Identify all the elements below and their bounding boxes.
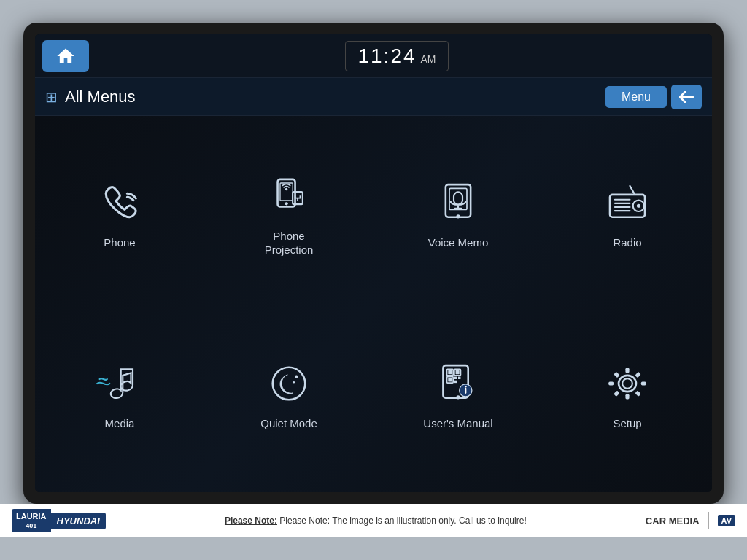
app-users-manual-label: User's Manual	[423, 416, 492, 431]
app-media-label: Media	[105, 416, 135, 431]
app-setup[interactable]: Setup	[543, 304, 712, 485]
app-phone-projection[interactable]: PhoneProjection	[204, 123, 374, 304]
svg-point-34	[465, 386, 467, 388]
svg-point-36	[456, 396, 460, 400]
svg-point-18	[637, 204, 640, 208]
app-quiet-mode-label: Quiet Mode	[260, 416, 317, 431]
header-bar: 11:24 AM	[35, 34, 712, 78]
grid-icon: ⊞	[45, 88, 58, 106]
app-quiet-mode[interactable]: Quiet Mode	[204, 304, 374, 485]
media-icon	[90, 358, 149, 409]
svg-rect-40	[608, 382, 614, 386]
app-users-manual[interactable]: User's Manual	[374, 304, 543, 485]
disclaimer-text: Please Note: Please Note: The image is a…	[106, 516, 646, 526]
svg-rect-45	[635, 391, 640, 397]
svg-point-37	[622, 378, 632, 389]
clock-box: 11:24 AM	[345, 41, 448, 71]
av-logo: AV	[718, 515, 735, 526]
back-arrow-icon	[679, 91, 694, 103]
clock-area: 11:24 AM	[89, 41, 705, 71]
bottom-bar: LAURIA401 HYUNDAI Please Note: Please No…	[0, 504, 747, 537]
svg-rect-30	[454, 377, 457, 379]
radio-icon	[598, 177, 657, 228]
clock-time: 11:24	[357, 44, 416, 68]
app-phone-projection-label: PhoneProjection	[265, 229, 314, 257]
svg-point-22	[293, 381, 295, 384]
all-menus-label: All Menus	[65, 88, 605, 106]
svg-line-19	[630, 186, 635, 195]
svg-rect-29	[448, 378, 452, 382]
app-radio[interactable]: Radio	[543, 123, 712, 304]
svg-rect-44	[614, 391, 619, 397]
logo-lauria: LAURIA401	[12, 509, 51, 532]
voice-memo-icon	[429, 177, 487, 228]
car-infotainment-frame: 11:24 AM ⊞ All Menus Menu	[23, 23, 724, 504]
back-button[interactable]	[671, 85, 702, 109]
app-setup-label: Setup	[613, 416, 641, 431]
svg-rect-27	[456, 370, 460, 374]
menu-bar: ⊞ All Menus Menu	[35, 78, 712, 116]
app-radio-label: Radio	[613, 236, 641, 250]
clock-ampm: AM	[421, 53, 436, 65]
car-media-label: CAR MEDIA	[646, 516, 700, 526]
car-media-area: CAR MEDIA AV	[646, 512, 735, 529]
phone-projection-icon	[260, 171, 318, 222]
svg-rect-25	[448, 370, 452, 374]
app-voice-memo-label: Voice Memo	[428, 236, 489, 250]
svg-point-2	[285, 202, 287, 205]
svg-rect-43	[635, 372, 640, 378]
logo-hyundai: HYUNDAI	[51, 513, 106, 529]
home-button[interactable]	[42, 40, 89, 72]
setup-icon	[598, 358, 657, 409]
svg-rect-41	[641, 382, 646, 386]
home-icon	[55, 46, 76, 66]
disclaimer-content: Please Note: The image is an illustratio…	[279, 516, 526, 526]
infotainment-screen: 11:24 AM ⊞ All Menus Menu	[35, 34, 712, 492]
logo-area: LAURIA401 HYUNDAI	[12, 509, 106, 532]
please-note-label: Please Note:	[225, 516, 277, 526]
app-voice-memo[interactable]: Voice Memo	[374, 123, 543, 304]
app-phone-label: Phone	[104, 236, 135, 250]
users-manual-icon	[429, 358, 487, 409]
svg-rect-42	[614, 372, 619, 378]
menu-button[interactable]: Menu	[605, 86, 667, 108]
svg-rect-38	[625, 368, 629, 373]
svg-rect-31	[458, 377, 460, 379]
svg-rect-39	[625, 394, 629, 400]
quiet-mode-icon	[260, 358, 318, 409]
divider	[708, 512, 709, 529]
svg-rect-1	[280, 183, 293, 201]
svg-rect-8	[454, 192, 462, 205]
svg-point-20	[273, 368, 306, 400]
apps-grid: Phone	[35, 116, 712, 492]
svg-point-11	[456, 215, 460, 219]
svg-point-21	[295, 376, 298, 378]
phone-icon	[90, 177, 149, 228]
app-media[interactable]: Media	[35, 304, 204, 485]
svg-point-5	[285, 187, 287, 190]
svg-rect-32	[454, 381, 457, 383]
app-phone[interactable]: Phone	[35, 123, 204, 304]
